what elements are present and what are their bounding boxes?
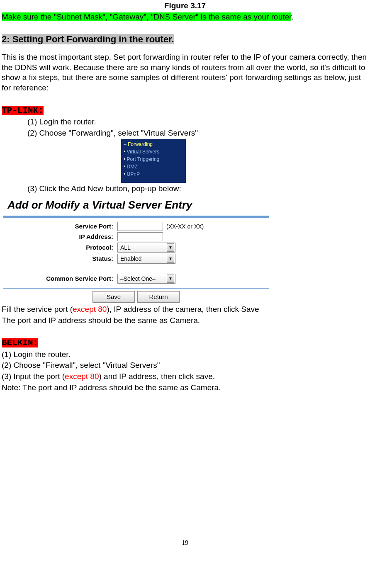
tplink-label: TP-LINK: (2, 106, 44, 115)
nav-item-forwarding[interactable]: – Forwarding (124, 141, 183, 148)
hint-service-port: (XX-XX or XX) (163, 223, 204, 230)
label-protocol: Protocol: (3, 243, 117, 252)
except-80-text: except 80 (73, 305, 107, 313)
divider (3, 288, 269, 289)
page-number: 19 (2, 539, 368, 547)
nav-item-virtual-servers[interactable]: Virtual Servers (124, 148, 183, 156)
nav-item-upnp[interactable]: UPnP (124, 170, 183, 178)
tplink-step-1: (1) Login the router. (2, 117, 368, 127)
belkin-note: Note: The port and IP address should be … (2, 383, 368, 393)
divider (3, 216, 269, 218)
select-protocol-value: ALL (120, 244, 131, 251)
nav-item-dmz[interactable]: DMZ (124, 163, 183, 170)
tplink-step-3: (3) Click the Add New button, pop-up bel… (2, 184, 368, 194)
select-status-value: Enabled (120, 255, 141, 262)
tplink-label-line: TP-LINK: (2, 105, 368, 116)
label-status: Status: (3, 255, 117, 263)
belkin-step-2: (2) Choose "Firewall", select "Virtual S… (2, 360, 368, 371)
label-ip-address: IP Address: (3, 233, 117, 241)
belkin-label-line: BELKIN: (2, 337, 368, 348)
intro-paragraph: This is the most important step. Set por… (2, 52, 368, 93)
highlight-intro: Make sure the "Subnet Mask", "Gateway", … (2, 12, 291, 21)
label-service-port: Service Port: (3, 222, 117, 231)
chevron-down-icon: ▼ (167, 255, 174, 263)
chevron-down-icon: ▼ (167, 275, 174, 283)
except-80-text: except 80 (65, 372, 99, 381)
virtual-server-title: Add or Modify a Virtual Server Entry (7, 198, 269, 212)
input-service-port[interactable] (117, 222, 163, 231)
select-common-value: –Select One– (120, 275, 156, 282)
select-status[interactable]: Enabled ▼ (117, 254, 175, 264)
belkin-step-3: (3) Input the port (except 80) and IP ad… (2, 372, 368, 382)
figure-caption: Figure 3.17 (2, 1, 368, 11)
forwarding-nav-menu: – Forwarding Virtual Servers Port Trigge… (121, 139, 186, 183)
select-protocol[interactable]: ALL ▼ (117, 243, 175, 253)
port-ip-line: The port and IP address should be the sa… (2, 316, 368, 326)
virtual-server-form: Add or Modify a Virtual Server Entry Ser… (2, 195, 270, 304)
chevron-down-icon: ▼ (167, 243, 174, 252)
save-button[interactable]: Save (92, 291, 135, 303)
section-title-line: 2: Setting Port Forwarding in the router… (2, 34, 368, 46)
label-common-service-port: Common Service Port: (3, 275, 117, 283)
section-title: 2: Setting Port Forwarding in the router… (2, 34, 174, 44)
nav-item-port-triggering[interactable]: Port Triggering (124, 156, 183, 163)
tplink-step-2: (2) Choose "Forwarding", select "Virtual… (2, 128, 368, 138)
fill-service-port-line: Fill the service port (except 80), IP ad… (2, 304, 368, 315)
input-ip-address[interactable] (117, 232, 163, 241)
belkin-step-1: (1) Login the router. (2, 350, 368, 360)
return-button[interactable]: Return (137, 291, 180, 303)
select-common-service-port[interactable]: –Select One– ▼ (117, 274, 175, 284)
highlight-intro-line: Make sure the "Subnet Mask", "Gateway", … (2, 12, 368, 22)
belkin-label: BELKIN: (2, 338, 38, 347)
